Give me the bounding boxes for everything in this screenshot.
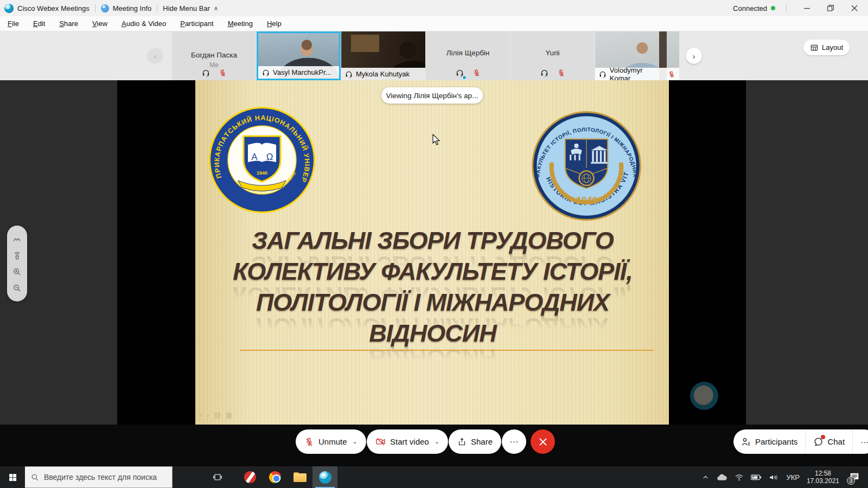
webex-taskbar-icon [319,471,331,484]
taskbar-search[interactable] [25,466,173,488]
slide-title-line: ЗАГАЛЬНІ ЗБОРИ ТРУДОВОГО [252,227,614,254]
participant-name: Volodymyr Komar [610,66,665,81]
participants-button[interactable]: Participants [733,429,805,454]
unmute-button[interactable]: Unmute ⌄ [296,429,366,454]
prev-slide-icon[interactable]: ‹ [200,411,202,419]
meeting-info-icon [101,4,109,12]
onedrive-icon[interactable] [716,473,727,481]
chat-button[interactable]: Chat [805,429,852,454]
participant-tile-presenter[interactable]: Лілія Щербін [426,31,510,80]
divider [157,4,157,12]
notification-center-button[interactable]: 3 [846,469,863,485]
slide-title-line: КОЛЕКТИВУ ФАКУЛЬТЕТУ ІСТОРІЇ, [233,258,633,285]
menu-meeting[interactable]: Meeting [228,20,253,28]
participant-tile[interactable]: Yurii [510,31,595,80]
remote-control-icon[interactable] [12,251,22,260]
windows-taskbar: УКР 12:58 17.03.2021 3 [0,466,868,488]
close-button[interactable] [845,1,864,15]
viewing-banner[interactable]: Viewing Лілія Щербін's ap... [381,87,483,104]
volume-icon[interactable] [769,473,779,481]
participant-tile[interactable]: Богдан Паска Me [172,31,256,80]
strip-scroll-left-button[interactable]: ‹ [147,48,163,64]
restore-icon [827,5,834,11]
chevron-down-icon[interactable]: ⌄ [353,438,358,445]
taskbar-app-ccleaner[interactable] [238,466,263,488]
menu-help[interactable]: Help [267,20,282,28]
annotate-icon[interactable]: ▤ [214,411,221,419]
leave-meeting-button[interactable] [531,429,555,454]
share-button[interactable]: Share [449,429,501,454]
divider [95,4,95,12]
zoom-out-icon[interactable] [12,284,22,293]
logo-alpha: Α [251,152,258,162]
time: 12:58 [807,470,839,477]
slide-underline [240,350,653,351]
participant-tile-active-speaker[interactable]: Vasyl MarchukPr... [257,31,341,80]
participant-name: Богдан Паска [172,51,256,59]
divider [786,4,787,12]
shared-screen-stage: ПРИКАРПАТСЬКИЙ НАЦІОНАЛЬНИЙ УНІВЕРСИТЕТ … [0,80,868,425]
participants-icon [741,436,751,447]
close-icon [539,438,547,446]
pen-icon[interactable] [12,235,22,244]
hide-menu-bar-button[interactable]: Hide Menu Bar ∧ [163,4,218,12]
chevron-down-icon[interactable]: ⌄ [435,438,439,445]
start-video-button[interactable]: Start video ⌄ [367,429,448,454]
tray-chevron-icon[interactable] [702,474,709,481]
menu-share[interactable]: Share [59,20,78,28]
battery-icon[interactable] [751,473,762,481]
next-slide-icon[interactable]: › [207,411,209,419]
slide-menu-icon[interactable]: ▦ [226,411,232,419]
more-options-button[interactable]: ··· [502,429,526,454]
menu-file[interactable]: File [8,20,19,28]
slide-title-line: ВІДНОСИН [369,319,496,347]
layout-grid-icon [810,43,819,52]
minimize-button[interactable] [797,1,816,15]
panel-buttons: Participants Chat ··· [733,429,868,454]
connected-dot-icon [771,6,775,10]
headset-icon [345,70,353,78]
start-button[interactable] [0,466,25,488]
taskbar-app-chrome[interactable] [263,466,288,488]
annotation-toolbar [7,226,27,301]
menu-bar: File Edit Share View Audio & Video Parti… [0,16,868,31]
participant-tile[interactable]: Mykola Kuhutyak [341,31,425,80]
presentation-nav: ‹ › ▤ ▦ [200,411,232,419]
layout-button[interactable]: Layout [803,40,850,55]
menu-view[interactable]: View [92,20,107,28]
mic-muted-icon [557,69,565,77]
strip-scroll-right-button[interactable]: › [686,48,702,64]
close-icon [851,5,858,11]
wifi-icon[interactable] [735,473,744,481]
window-titlebar: Cisco Webex Meetings Meeting Info Hide M… [0,0,868,16]
connection-status: Connected [733,4,775,12]
sharing-dot-icon [462,75,467,80]
menu-participant[interactable]: Participant [180,20,213,28]
more-panels-button[interactable]: ··· [852,429,868,454]
restore-button[interactable] [821,1,840,15]
task-view-button[interactable] [205,466,230,488]
participant-name: Лілія Щербін [426,49,510,57]
chevron-left-icon: ‹ [154,52,157,61]
chevron-right-icon: › [693,52,695,61]
menu-edit[interactable]: Edit [33,20,45,28]
mouse-cursor-icon [432,134,441,146]
zoom-in-icon[interactable] [12,267,22,277]
app-title: Cisco Webex Meetings [17,4,90,12]
menu-audio-video[interactable]: Audio & Video [122,20,166,28]
headset-icon [202,69,210,77]
meeting-control-bar: Unmute ⌄ Start video ⌄ Share ··· Partici… [0,425,868,466]
logo-year: 1940 [257,170,267,176]
participant-tile[interactable]: Volodymyr Komar [595,31,679,80]
taskbar-app-explorer[interactable] [288,466,312,488]
system-tray: УКР 12:58 17.03.2021 3 [702,469,868,485]
mic-muted-icon [304,437,314,447]
mic-muted-icon [219,69,227,77]
language-indicator[interactable]: УКР [786,473,800,481]
chat-unread-dot [821,435,825,439]
meeting-info-button[interactable]: Meeting Info [101,4,152,12]
taskbar-app-webex[interactable] [312,466,337,488]
clock[interactable]: 12:58 17.03.2021 [807,470,839,485]
search-input[interactable] [44,473,163,481]
faculty-logo: ФАКУЛЬТЕТ ІСТОРІЇ, ПОЛІТОЛОГІЇ І МІЖНАРО… [531,110,642,222]
